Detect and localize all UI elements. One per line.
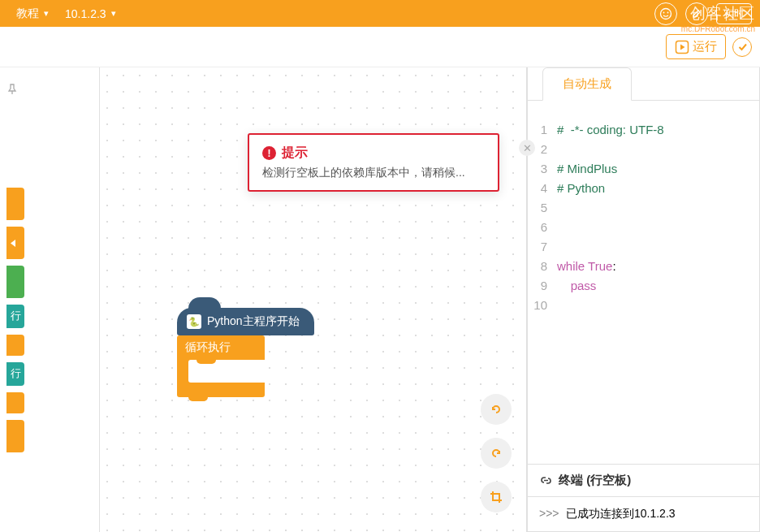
terminal-output[interactable]: >>> 已成功连接到10.1.2.3 bbox=[528, 497, 759, 531]
chevron-down-icon: ▾ bbox=[44, 8, 49, 19]
code-line: 5 bbox=[528, 198, 759, 218]
code-line: 1# -*- coding: UTF-8 bbox=[528, 120, 759, 140]
alert-title-row: ! 提示 bbox=[262, 145, 485, 162]
code-line: 7 bbox=[528, 237, 759, 257]
code-line: 3# MindPlus bbox=[528, 159, 759, 179]
python-icon: 🐍 bbox=[187, 314, 201, 329]
category-tab[interactable] bbox=[6, 188, 24, 220]
terminal-message: 已成功连接到 bbox=[566, 507, 634, 520]
crop-icon bbox=[489, 490, 503, 504]
code-line: 6 bbox=[528, 218, 759, 237]
smiley-icon[interactable] bbox=[654, 2, 677, 25]
block-stack[interactable]: 🐍 Python主程序开始 循环执行 bbox=[177, 308, 314, 397]
terminal-prompt: >>> bbox=[539, 507, 559, 520]
alert-icon: ! bbox=[262, 146, 276, 160]
category-tab[interactable] bbox=[6, 227, 24, 259]
category-tab[interactable] bbox=[6, 335, 24, 356]
undo-icon bbox=[489, 402, 503, 417]
block-loop-forever[interactable]: 循环执行 bbox=[177, 335, 265, 397]
undo-button[interactable] bbox=[481, 394, 512, 425]
crop-button[interactable] bbox=[481, 482, 512, 513]
menu-tutorial-label: 教程 bbox=[16, 6, 39, 21]
check-icon bbox=[737, 41, 748, 52]
check-button[interactable] bbox=[732, 37, 752, 57]
pin-icon[interactable] bbox=[0, 84, 24, 98]
alert-body: 检测行空板上的依赖库版本中，请稍候... bbox=[262, 166, 485, 180]
watermark-url: mc.DFRobot.com.cn bbox=[681, 24, 755, 33]
category-tab[interactable] bbox=[6, 392, 24, 413]
tab-auto-generate[interactable]: 自动生成 bbox=[542, 67, 632, 101]
alert-close-button[interactable]: ✕ bbox=[519, 140, 535, 156]
watermark: 创客社区 mc.DFRobot.com.cn bbox=[681, 3, 755, 33]
category-tab[interactable] bbox=[6, 266, 24, 298]
terminal-address: 10.1.2.3 bbox=[634, 507, 676, 520]
alert-toast: ! 提示 检测行空板上的依赖库版本中，请稍候... bbox=[248, 133, 499, 192]
code-tab-bar: 自动生成 bbox=[528, 67, 759, 101]
chevron-down-icon: ▾ bbox=[111, 8, 116, 19]
watermark-text: 创客社区 bbox=[681, 3, 755, 24]
code-line: 2 bbox=[528, 140, 759, 159]
category-tab[interactable]: 行 bbox=[6, 362, 24, 386]
terminal-header[interactable]: 终端 (行空板) bbox=[528, 465, 759, 497]
category-strip: 行 行 bbox=[0, 67, 24, 532]
category-tab[interactable]: 行 bbox=[6, 305, 24, 328]
play-icon bbox=[675, 40, 689, 54]
menu-tutorial[interactable]: 教程 ▾ bbox=[8, 6, 57, 21]
svg-point-1 bbox=[663, 11, 665, 13]
block-loop-label: 循环执行 bbox=[177, 335, 265, 360]
redo-button[interactable] bbox=[481, 438, 512, 469]
link-icon bbox=[539, 474, 553, 487]
block-hat-label: Python主程序开始 bbox=[207, 314, 300, 329]
code-line: 8while True: bbox=[528, 257, 759, 276]
sub-toolbar: 运行 bbox=[0, 27, 760, 67]
code-line: 4# Python bbox=[528, 179, 759, 198]
vertical-divider bbox=[99, 67, 100, 532]
menu-device-ip-label: 10.1.2.3 bbox=[65, 7, 106, 20]
close-icon: ✕ bbox=[523, 142, 532, 154]
canvas-controls bbox=[481, 394, 512, 513]
svg-point-2 bbox=[667, 11, 669, 13]
code-line: 10 bbox=[528, 296, 759, 315]
redo-icon bbox=[489, 446, 503, 461]
code-editor[interactable]: 1# -*- coding: UTF-8 23# MindPlus4# Pyth… bbox=[528, 101, 759, 464]
category-tab[interactable] bbox=[6, 420, 24, 452]
top-header: 教程 ▾ 10.1.2.3 ▾ 实时 创客社区 mc.DFRobot.com.c… bbox=[0, 0, 760, 27]
alert-title: 提示 bbox=[282, 145, 308, 162]
run-label: 运行 bbox=[693, 39, 717, 54]
run-button[interactable]: 运行 bbox=[666, 34, 726, 59]
svg-point-0 bbox=[661, 8, 671, 19]
code-pane: 自动生成 1# -*- coding: UTF-8 23# MindPlus4#… bbox=[527, 67, 760, 532]
block-hat-python-start[interactable]: 🐍 Python主程序开始 bbox=[177, 308, 314, 335]
code-line: 9 pass bbox=[528, 276, 759, 296]
terminal-title: 终端 (行空板) bbox=[559, 473, 631, 488]
block-loop-slot[interactable] bbox=[188, 360, 265, 383]
menu-device-ip[interactable]: 10.1.2.3 ▾ bbox=[57, 7, 124, 20]
terminal-panel: 终端 (行空板) >>> 已成功连接到10.1.2.3 bbox=[528, 464, 759, 531]
